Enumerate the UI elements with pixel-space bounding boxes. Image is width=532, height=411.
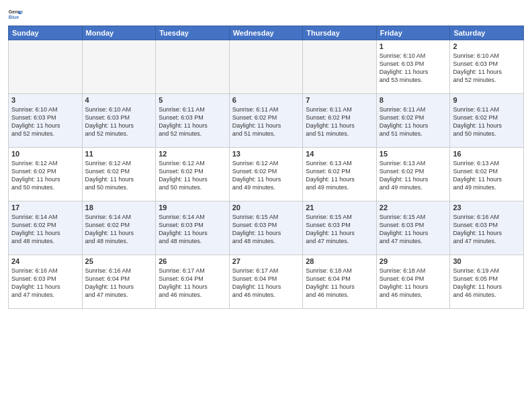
day-info: Sunrise: 6:10 AM Sunset: 6:03 PM Dayligh… [453,52,521,85]
day-info: Sunrise: 6:15 AM Sunset: 6:03 PM Dayligh… [232,213,300,246]
calendar-cell: 7Sunrise: 6:11 AM Sunset: 6:02 PM Daylig… [303,94,377,148]
day-info: Sunrise: 6:12 AM Sunset: 6:02 PM Dayligh… [11,159,79,192]
svg-text:Blue: Blue [9,15,19,19]
calendar-cell: 14Sunrise: 6:13 AM Sunset: 6:02 PM Dayli… [303,148,377,201]
day-info: Sunrise: 6:18 AM Sunset: 6:04 PM Dayligh… [306,267,373,300]
day-number: 2 [453,42,521,50]
day-info: Sunrise: 6:17 AM Sunset: 6:04 PM Dayligh… [232,267,300,300]
day-info: Sunrise: 6:14 AM Sunset: 6:03 PM Dayligh… [159,213,226,246]
calendar: SundayMondayTuesdayWednesdayThursdayFrid… [8,26,524,309]
day-info: Sunrise: 6:11 AM Sunset: 6:03 PM Dayligh… [159,105,226,138]
calendar-cell: 17Sunrise: 6:14 AM Sunset: 6:02 PM Dayli… [9,201,83,255]
week-row-4: 17Sunrise: 6:14 AM Sunset: 6:02 PM Dayli… [9,201,524,255]
calendar-cell [82,40,156,94]
calendar-cell: 21Sunrise: 6:15 AM Sunset: 6:03 PM Dayli… [303,201,377,255]
day-number: 14 [306,150,373,158]
calendar-cell: 28Sunrise: 6:18 AM Sunset: 6:04 PM Dayli… [303,255,377,309]
day-number: 24 [11,257,79,265]
day-info: Sunrise: 6:10 AM Sunset: 6:03 PM Dayligh… [380,52,447,85]
calendar-cell: 15Sunrise: 6:13 AM Sunset: 6:02 PM Dayli… [376,148,450,201]
weekday-header-monday: Monday [82,26,156,40]
day-number: 4 [85,96,153,104]
calendar-cell: 12Sunrise: 6:12 AM Sunset: 6:02 PM Dayli… [156,148,230,201]
calendar-cell: 19Sunrise: 6:14 AM Sunset: 6:03 PM Dayli… [156,201,230,255]
calendar-cell: 22Sunrise: 6:15 AM Sunset: 6:03 PM Dayli… [376,201,450,255]
calendar-cell [303,40,377,94]
day-info: Sunrise: 6:11 AM Sunset: 6:02 PM Dayligh… [453,105,521,138]
day-info: Sunrise: 6:11 AM Sunset: 6:02 PM Dayligh… [380,105,447,138]
day-info: Sunrise: 6:17 AM Sunset: 6:04 PM Dayligh… [159,267,226,300]
calendar-cell: 6Sunrise: 6:11 AM Sunset: 6:02 PM Daylig… [229,94,303,148]
calendar-cell: 9Sunrise: 6:11 AM Sunset: 6:02 PM Daylig… [450,94,524,148]
weekday-header-sunday: Sunday [9,26,83,40]
day-info: Sunrise: 6:13 AM Sunset: 6:02 PM Dayligh… [453,159,521,192]
weekday-header-row: SundayMondayTuesdayWednesdayThursdayFrid… [9,26,524,40]
day-number: 21 [306,203,373,212]
day-info: Sunrise: 6:15 AM Sunset: 6:03 PM Dayligh… [380,213,447,246]
week-row-5: 24Sunrise: 6:16 AM Sunset: 6:03 PM Dayli… [9,255,524,309]
weekday-header-wednesday: Wednesday [229,26,303,40]
calendar-cell: 27Sunrise: 6:17 AM Sunset: 6:04 PM Dayli… [229,255,303,309]
day-number: 16 [453,150,521,158]
day-number: 23 [453,203,521,212]
day-number: 20 [232,203,300,212]
day-number: 3 [11,96,79,104]
day-number: 13 [232,150,300,158]
calendar-cell: 26Sunrise: 6:17 AM Sunset: 6:04 PM Dayli… [156,255,230,309]
calendar-cell: 2Sunrise: 6:10 AM Sunset: 6:03 PM Daylig… [450,40,524,94]
day-info: Sunrise: 6:13 AM Sunset: 6:02 PM Dayligh… [306,159,373,192]
calendar-cell: 25Sunrise: 6:16 AM Sunset: 6:04 PM Dayli… [82,255,156,309]
calendar-cell: 30Sunrise: 6:19 AM Sunset: 6:05 PM Dayli… [450,255,524,309]
day-number: 6 [232,96,300,104]
day-info: Sunrise: 6:14 AM Sunset: 6:02 PM Dayligh… [85,213,153,246]
calendar-cell [229,40,303,94]
calendar-cell: 1Sunrise: 6:10 AM Sunset: 6:03 PM Daylig… [376,40,450,94]
day-info: Sunrise: 6:11 AM Sunset: 6:02 PM Dayligh… [232,105,300,138]
calendar-cell: 29Sunrise: 6:18 AM Sunset: 6:04 PM Dayli… [376,255,450,309]
day-number: 17 [11,203,79,212]
header: General Blue [8,7,524,21]
weekday-header-saturday: Saturday [450,26,524,40]
day-number: 22 [380,203,447,212]
calendar-cell: 23Sunrise: 6:16 AM Sunset: 6:03 PM Dayli… [450,201,524,255]
week-row-1: 1Sunrise: 6:10 AM Sunset: 6:03 PM Daylig… [9,40,524,94]
day-number: 11 [85,150,153,158]
day-number: 25 [85,257,153,265]
calendar-cell: 20Sunrise: 6:15 AM Sunset: 6:03 PM Dayli… [229,201,303,255]
day-info: Sunrise: 6:10 AM Sunset: 6:03 PM Dayligh… [11,105,79,138]
week-row-3: 10Sunrise: 6:12 AM Sunset: 6:02 PM Dayli… [9,148,524,201]
calendar-cell: 5Sunrise: 6:11 AM Sunset: 6:03 PM Daylig… [156,94,230,148]
day-number: 9 [453,96,521,104]
day-info: Sunrise: 6:12 AM Sunset: 6:02 PM Dayligh… [232,159,300,192]
day-info: Sunrise: 6:18 AM Sunset: 6:04 PM Dayligh… [380,267,447,300]
day-number: 19 [159,203,226,212]
day-info: Sunrise: 6:16 AM Sunset: 6:03 PM Dayligh… [453,213,521,246]
day-number: 12 [159,150,226,158]
day-info: Sunrise: 6:16 AM Sunset: 6:03 PM Dayligh… [11,267,79,300]
day-number: 30 [453,257,521,265]
day-number: 10 [11,150,79,158]
day-info: Sunrise: 6:14 AM Sunset: 6:02 PM Dayligh… [11,213,79,246]
day-info: Sunrise: 6:19 AM Sunset: 6:05 PM Dayligh… [453,267,521,300]
day-number: 8 [380,96,447,104]
day-number: 18 [85,203,153,212]
day-info: Sunrise: 6:15 AM Sunset: 6:03 PM Dayligh… [306,213,373,246]
calendar-cell: 13Sunrise: 6:12 AM Sunset: 6:02 PM Dayli… [229,148,303,201]
week-row-2: 3Sunrise: 6:10 AM Sunset: 6:03 PM Daylig… [9,94,524,148]
weekday-header-tuesday: Tuesday [156,26,230,40]
day-number: 27 [232,257,300,265]
calendar-cell [9,40,83,94]
calendar-cell: 8Sunrise: 6:11 AM Sunset: 6:02 PM Daylig… [376,94,450,148]
logo-icon: General Blue [8,7,23,21]
day-number: 5 [159,96,226,104]
day-info: Sunrise: 6:16 AM Sunset: 6:04 PM Dayligh… [85,267,153,300]
weekday-header-friday: Friday [376,26,450,40]
day-number: 28 [306,257,373,265]
calendar-cell: 11Sunrise: 6:12 AM Sunset: 6:02 PM Dayli… [82,148,156,201]
calendar-cell [156,40,230,94]
day-info: Sunrise: 6:11 AM Sunset: 6:02 PM Dayligh… [306,105,373,138]
calendar-cell: 18Sunrise: 6:14 AM Sunset: 6:02 PM Dayli… [82,201,156,255]
calendar-cell: 24Sunrise: 6:16 AM Sunset: 6:03 PM Dayli… [9,255,83,309]
day-number: 7 [306,96,373,104]
day-info: Sunrise: 6:13 AM Sunset: 6:02 PM Dayligh… [380,159,447,192]
